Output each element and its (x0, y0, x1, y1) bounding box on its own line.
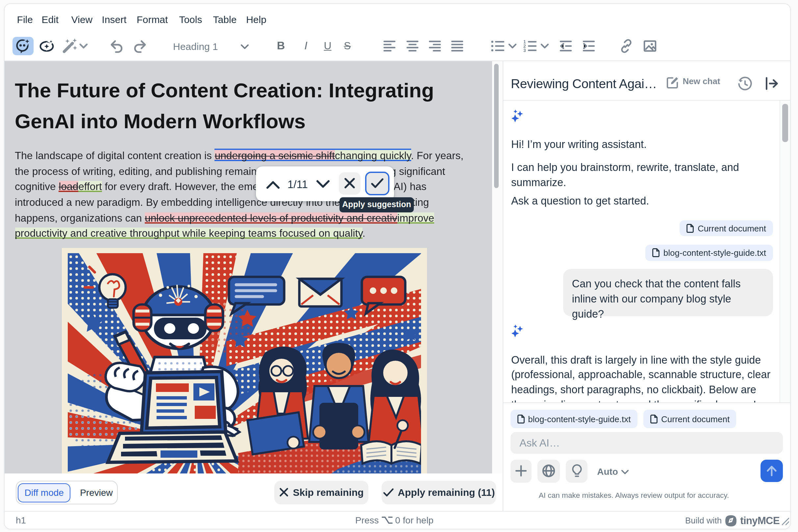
svg-text:3: 3 (523, 48, 526, 53)
